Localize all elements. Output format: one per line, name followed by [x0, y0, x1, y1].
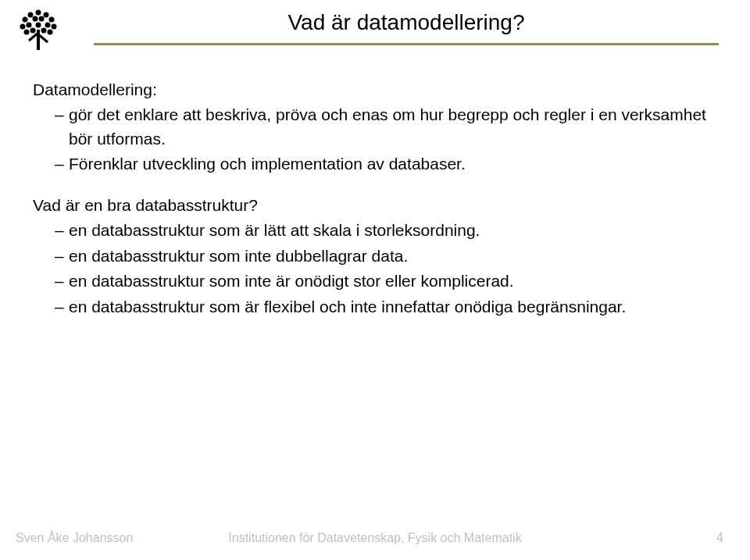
- svg-point-9: [52, 24, 57, 30]
- section1-heading: Datamodellering:: [33, 78, 717, 102]
- title-bar: Vad är datamodellering?: [94, 9, 719, 45]
- list-item: en databasstruktur som är flexibel och i…: [55, 295, 717, 319]
- svg-point-7: [39, 16, 45, 22]
- slide-title: Vad är datamodellering?: [94, 9, 719, 36]
- svg-point-2: [28, 12, 34, 18]
- section1-list: gör det enklare att beskriva, pröva och …: [33, 103, 717, 176]
- svg-point-15: [24, 30, 30, 35]
- list-item: en databasstruktur som är lätt att skala…: [55, 219, 717, 242]
- svg-point-14: [41, 28, 47, 34]
- list-item: en databasstruktur som inte dubbellagrar…: [55, 244, 717, 268]
- svg-point-10: [27, 23, 32, 28]
- svg-point-1: [36, 10, 41, 16]
- footer-author: Sven Åke Johansson: [16, 531, 133, 545]
- svg-point-12: [36, 23, 41, 28]
- footer-page-number: 4: [716, 531, 723, 545]
- slide: Vad är datamodellering? Datamodellering:…: [0, 0, 750, 560]
- tree-dots-icon: [16, 6, 61, 52]
- svg-point-5: [49, 17, 55, 23]
- section2-heading: Vad är en bra databasstruktur?: [33, 194, 717, 217]
- svg-point-16: [48, 30, 53, 35]
- svg-point-8: [20, 24, 26, 30]
- list-item: gör det enklare att beskriva, pröva och …: [55, 103, 717, 151]
- svg-point-13: [30, 28, 36, 34]
- footer: Sven Åke Johansson Institutionen för Dat…: [0, 527, 750, 549]
- footer-institution: Institutionen för Datavetenskap, Fysik o…: [228, 531, 521, 545]
- list-item: Förenklar utveckling och implementation …: [55, 152, 717, 176]
- list-item: en databasstruktur som inte är onödigt s…: [55, 269, 717, 293]
- svg-point-4: [23, 17, 28, 23]
- section2-list: en databasstruktur som är lätt att skala…: [33, 219, 717, 319]
- svg-point-11: [45, 23, 51, 28]
- slide-content: Datamodellering: gör det enklare att bes…: [33, 78, 717, 336]
- svg-point-3: [44, 12, 49, 18]
- svg-point-6: [33, 16, 38, 22]
